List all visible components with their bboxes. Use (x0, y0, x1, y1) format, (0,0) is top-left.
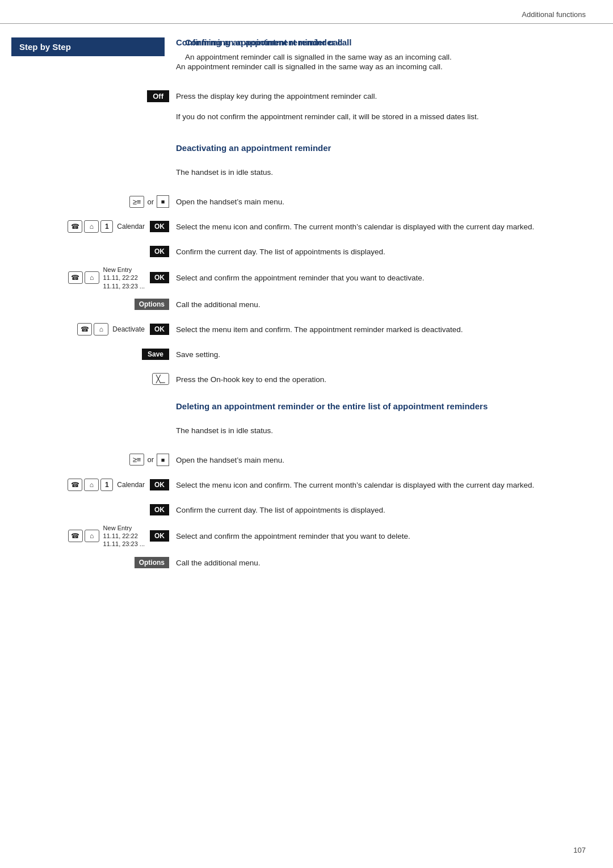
confirming-desc-2: Press the display key during the appoint… (176, 90, 613, 102)
ok-button-entry-2[interactable]: OK (150, 530, 169, 542)
step-left-calendar-1: ☎ ⌂ 1 Calendar OK (0, 220, 176, 233)
deactivate-label: Deactivate (112, 325, 145, 333)
step-left-save: Save (0, 349, 176, 360)
ok-button-calendar-1[interactable]: OK (150, 221, 169, 232)
ok-button-1[interactable]: OK (150, 246, 169, 257)
or-text-2: or (147, 455, 154, 464)
icon-group-entry-1: ☎ ⌂ New Entry 11.11, 22:22 11.11, 23:23 … (68, 266, 169, 290)
delete-step-options: Call the additional menu. (176, 556, 613, 569)
confirming-desc-3: If you do not confirm the appointment re… (176, 110, 613, 123)
phone-icon-3b: ⌂ (94, 323, 108, 336)
off-button[interactable]: Off (147, 90, 169, 102)
step-left-options-2: Options (0, 557, 176, 568)
deact-idle-status: The handset is in idle status. (176, 166, 613, 178)
or-text-1: or (147, 198, 154, 206)
menu-icon-2[interactable]: ≥≡ (129, 454, 145, 466)
page-header: Additional functions (0, 0, 613, 24)
deact-step-onhook: Press the On-hook key to end the operati… (176, 373, 613, 385)
phone-icon-2b: ⌂ (85, 271, 99, 284)
phone-icon-5b: ⌂ (85, 530, 99, 542)
step-left-deactivate: ☎ ⌂ Deactivate OK (0, 323, 176, 336)
step-left-options-1: Options (0, 299, 176, 310)
save-button[interactable]: Save (142, 349, 169, 360)
calendar-label-2: Calendar (117, 481, 145, 489)
deact-step-entry: Select and confirm the appointment remin… (176, 271, 613, 284)
icon-group-deactivate: ☎ ⌂ Deactivate OK (77, 323, 169, 336)
options-button-1[interactable]: Options (135, 299, 169, 310)
phone-icon-5a: ☎ (68, 530, 83, 542)
delete-step-menu: Open the handset’s main menu. (176, 454, 613, 466)
section-1-title-right: Confirming an appointment reminder call (176, 35, 613, 54)
step-left-menu-or-1: ≥≡ or ■ (0, 195, 176, 208)
phone-icon-1b: ⌂ (84, 220, 99, 233)
deact-step-ok: Confirm the current day. The list of app… (176, 245, 613, 258)
step-left-ok-1: OK (0, 246, 176, 257)
header-title: Additional functions (522, 10, 586, 19)
icon-group-entry-2: ☎ ⌂ New Entry 11.11, 22:22 11.11, 23:23 … (68, 524, 169, 548)
page-number: 107 (573, 846, 586, 854)
step-left-entry-1: ☎ ⌂ New Entry 11.11, 22:22 11.11, 23:23 … (0, 266, 176, 290)
icon-group-calendar-2: ☎ ⌂ 1 Calendar OK (68, 479, 169, 491)
phone-icon-4b: ⌂ (84, 479, 99, 491)
number-badge-1: 1 (100, 220, 113, 233)
entry-label-2: New Entry 11.11, 22:22 11.11, 23:23 ... (103, 524, 145, 548)
delete-step-ok: Confirm the current day. The list of app… (176, 504, 613, 516)
deact-step-menu: Open the handset’s main menu. (176, 195, 613, 208)
ok-button-deactivate[interactable]: OK (150, 324, 169, 335)
phone-icon-3a: ☎ (77, 323, 92, 336)
step-left-entry-2: ☎ ⌂ New Entry 11.11, 22:22 11.11, 23:23 … (0, 524, 176, 548)
ok-button-entry-1[interactable]: OK (150, 272, 169, 283)
options-button-2[interactable]: Options (135, 557, 169, 568)
entry-label-1: New Entry 11.11, 22:22 11.11, 23:23 ... (103, 266, 145, 290)
section-title-deactivating: Deactivating an appointment reminder (176, 142, 613, 155)
step-left-calendar-2: ☎ ⌂ 1 Calendar OK (0, 479, 176, 491)
section-3-title: Deleting an appointment reminder or the … (176, 399, 613, 418)
onhook-icon[interactable]: ╳⎯ (152, 373, 169, 385)
deact-step-calendar: Select the menu icon and confirm. The cu… (176, 220, 613, 233)
confirming-desc-1: An appointment reminder call is signalle… (176, 60, 613, 73)
phone-icon-1a: ☎ (68, 220, 82, 233)
step-left-onhook: ╳⎯ (0, 373, 176, 385)
step-left-ok-2: OK (0, 504, 176, 515)
deact-step-deactivate: Select the menu item and confirm. The ap… (176, 323, 613, 336)
icon-group-calendar-1: ☎ ⌂ 1 Calendar OK (68, 220, 169, 233)
delete-idle-status: The handset is in idle status. (176, 424, 613, 437)
section-2-title: Deactivating an appointment reminder (176, 141, 613, 160)
delete-step-entry: Select and confirm the appointment remin… (176, 530, 613, 542)
calendar-label-1: Calendar (117, 223, 145, 230)
number-badge-2: 1 (100, 479, 113, 491)
phone-icon-4a: ☎ (68, 479, 82, 491)
main-content: Confirming an appointment reminder call … (0, 30, 613, 577)
menu-icon-1[interactable]: ≥≡ (129, 196, 145, 208)
ok-button-calendar-2[interactable]: OK (150, 479, 169, 490)
deact-step-save: Save setting. (176, 348, 613, 360)
delete-step-calendar: Select the menu icon and confirm. The cu… (176, 479, 613, 491)
phone-icon-2a: ☎ (68, 271, 83, 284)
ok-button-2[interactable]: OK (150, 504, 169, 515)
section-title-deleting: Deleting an appointment reminder or the … (176, 400, 613, 413)
step-left-off: Off (0, 90, 176, 102)
section-title-confirming: Confirming an appointment reminder call (176, 36, 613, 49)
step-left-menu-or-2: ≥≡ or ■ (0, 454, 176, 466)
square-icon-1[interactable]: ■ (157, 195, 169, 208)
deact-step-options: Call the additional menu. (176, 298, 613, 311)
square-icon-2[interactable]: ■ (157, 454, 169, 466)
